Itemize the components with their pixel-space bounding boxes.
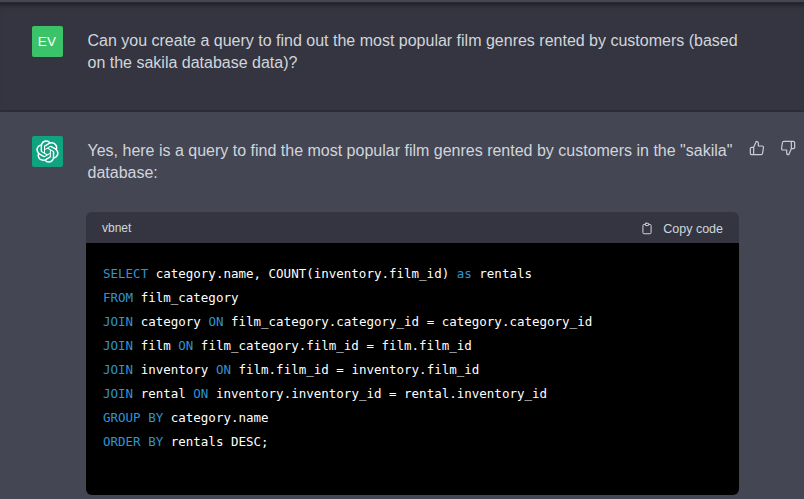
chat-conversation: EV Can you create a query to find out th… <box>0 0 804 499</box>
thumbs-down-button[interactable] <box>780 140 796 156</box>
user-avatar: EV <box>32 26 63 57</box>
assistant-message-content: Yes, here is a query to find the most po… <box>88 136 739 495</box>
assistant-avatar <box>32 136 63 167</box>
message-actions <box>749 140 796 156</box>
user-avatar-initials: EV <box>38 34 57 49</box>
code-block-header: vbnet Copy code <box>86 212 739 243</box>
openai-logo-icon <box>36 140 59 163</box>
code-language-label: vbnet <box>102 217 131 240</box>
clipboard-icon <box>640 221 654 236</box>
thumbs-down-icon <box>780 140 796 156</box>
assistant-message-text: Yes, here is a query to find the most po… <box>88 140 739 185</box>
copy-code-button[interactable]: Copy code <box>640 221 723 236</box>
code-block: vbnet Copy code SELECT category.name, CO… <box>86 212 739 495</box>
thumbs-up-icon <box>749 140 765 156</box>
assistant-message-row: Yes, here is a query to find the most po… <box>0 110 804 499</box>
user-message-content: Can you create a query to find out the m… <box>88 26 739 75</box>
thumbs-up-button[interactable] <box>749 140 765 156</box>
code-content: SELECT category.name, COUNT(inventory.fi… <box>86 243 739 495</box>
user-message-text: Can you create a query to find out the m… <box>88 30 739 75</box>
user-message-row: EV Can you create a query to find out th… <box>0 2 804 110</box>
copy-code-label: Copy code <box>663 222 723 236</box>
sql-code: SELECT category.name, COUNT(inventory.fi… <box>103 266 592 449</box>
